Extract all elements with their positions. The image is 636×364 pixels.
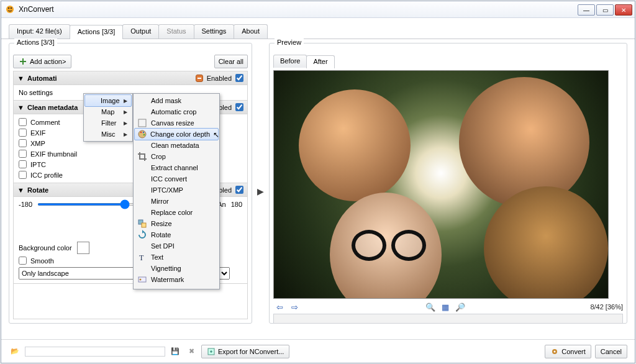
preview-groupbox: Preview Before After ⇦ ⇨ 🔍 <box>269 43 627 324</box>
tab-before[interactable]: Before <box>273 55 307 68</box>
action-header-automatic[interactable]: ▼ Automati Enabled <box>14 71 247 85</box>
progress-bar <box>25 347 165 357</box>
actions-legend: Actions [3/3] <box>14 39 57 46</box>
tab-actions[interactable]: Actions [3/3] <box>70 25 124 39</box>
chevron-down-icon: ▼ <box>17 75 24 82</box>
tab-output[interactable]: Output <box>122 24 159 39</box>
open-folder-icon[interactable]: 📂 <box>9 345 21 358</box>
export-label: Export for NConvert... <box>218 348 284 355</box>
preview-scrollbar[interactable] <box>273 314 623 324</box>
clear-all-button[interactable]: Clear all <box>214 55 248 68</box>
crop-icon <box>137 152 147 162</box>
enabled-label: Enabled <box>207 75 232 82</box>
preview-glasses <box>352 230 426 261</box>
preview-counter: 8/42 [36%] <box>590 303 623 311</box>
image-submenu: Add mask Automatic crop Canvas resize Ch… <box>133 93 220 289</box>
svg-point-1 <box>8 7 10 9</box>
submenu-add-mask[interactable]: Add mask <box>135 95 218 106</box>
preview-image <box>273 70 609 299</box>
submenu-clean-metadata[interactable]: Clean metadata <box>135 140 218 151</box>
tab-status[interactable]: Status <box>158 24 194 39</box>
export-nconvert-button[interactable]: Export for NConvert... <box>201 345 289 358</box>
submenu-icc-convert[interactable]: ICC convert <box>135 173 218 184</box>
text-icon: T <box>137 252 147 262</box>
fit-button[interactable]: ▦ <box>439 301 452 312</box>
cursor-icon: ↖ <box>213 130 219 139</box>
zoom-out-button[interactable]: 🔎 <box>454 301 466 312</box>
save-icon[interactable]: 💾 <box>169 345 181 358</box>
menu-filter[interactable]: Filter <box>85 117 131 129</box>
app-logo-icon <box>5 4 15 14</box>
canvas-icon <box>137 118 147 128</box>
svg-point-6 <box>139 130 146 138</box>
convert-label: Convert <box>561 348 586 355</box>
submenu-watermark[interactable]: Watermark <box>135 274 218 285</box>
svg-point-7 <box>140 132 142 133</box>
add-action-menu: Image Map Filter Misc <box>83 93 133 142</box>
enabled-checkbox-rotate[interactable] <box>235 186 243 194</box>
zoom-in-button[interactable]: 🔍 <box>424 301 437 312</box>
tab-after[interactable]: After <box>306 55 334 68</box>
palette-icon <box>137 129 147 139</box>
submenu-automatic-crop[interactable]: Automatic crop <box>135 106 218 117</box>
svg-rect-5 <box>139 119 146 127</box>
mask-icon <box>137 96 147 106</box>
prev-image-button[interactable]: ⇦ <box>273 301 286 312</box>
window-title: XnConvert <box>19 5 574 14</box>
submenu-resize[interactable]: Resize <box>135 218 218 229</box>
chevron-down-icon: ▼ <box>17 186 24 194</box>
rotate-icon <box>137 230 147 240</box>
titlebar: XnConvert — ▭ ✕ <box>1 1 635 18</box>
submenu-mirror[interactable]: Mirror <box>135 196 218 207</box>
submenu-vignetting[interactable]: Vignetting <box>135 263 218 274</box>
preview-face-2 <box>459 77 589 207</box>
preview-face-4 <box>484 186 608 299</box>
menu-map[interactable]: Map <box>85 106 131 117</box>
submenu-extract-channel[interactable]: Extract channel <box>135 162 218 173</box>
svg-point-2 <box>11 7 12 9</box>
svg-point-8 <box>143 132 144 133</box>
svg-rect-11 <box>142 223 146 227</box>
maximize-button[interactable]: ▭ <box>596 4 614 16</box>
remove-action-icon[interactable] <box>196 75 203 82</box>
watermark-icon <box>137 275 147 284</box>
menu-misc[interactable]: Misc <box>85 129 131 140</box>
next-image-button[interactable]: ⇨ <box>288 301 301 312</box>
tab-settings[interactable]: Settings <box>194 24 235 39</box>
tab-about[interactable]: About <box>234 24 268 39</box>
submenu-change-color-depth[interactable]: Change color depth↖ <box>134 128 219 140</box>
tab-input[interactable]: Input: 42 file(s) <box>9 24 70 39</box>
action-title-automatic: Automati <box>27 75 192 82</box>
rotate-max: 180 <box>231 201 242 208</box>
enabled-checkbox-automatic[interactable] <box>235 74 243 82</box>
export-icon <box>207 347 216 356</box>
close-button[interactable]: ✕ <box>615 4 632 16</box>
convert-button[interactable]: Convert <box>545 345 591 358</box>
resize-icon <box>137 219 147 229</box>
minimize-button[interactable]: — <box>578 4 595 16</box>
chevron-down-icon: ▼ <box>17 104 24 111</box>
submenu-replace-color[interactable]: Replace color <box>135 207 218 218</box>
main-tabstrip: Input: 42 file(s) Actions [3/3] Output S… <box>1 18 635 39</box>
submenu-rotate[interactable]: Rotate <box>135 229 218 240</box>
submenu-crop[interactable]: Crop <box>135 151 218 162</box>
submenu-text[interactable]: TText <box>135 252 218 263</box>
svg-point-14 <box>140 279 142 281</box>
bottom-bar: 📂 💾 ✖ Export for NConvert... Convert Can… <box>1 339 635 363</box>
submenu-iptc-xmp[interactable]: IPTC/XMP <box>135 184 218 196</box>
submenu-canvas-resize[interactable]: Canvas resize <box>135 117 218 129</box>
rotate-min: -180 <box>19 201 32 208</box>
gear-icon <box>550 347 559 356</box>
delete-icon[interactable]: ✖ <box>185 345 198 358</box>
cancel-button[interactable]: Cancel <box>595 345 627 358</box>
svg-point-9 <box>143 134 145 135</box>
add-action-button[interactable]: Add action> <box>13 55 71 68</box>
bg-color-swatch[interactable] <box>77 242 89 254</box>
menu-image[interactable]: Image <box>84 94 132 107</box>
preview-legend: Preview <box>275 39 304 46</box>
bg-color-label: Background color <box>19 244 72 252</box>
submenu-set-dpi[interactable]: Set DPI <box>135 240 218 252</box>
plus-icon <box>19 57 27 66</box>
divider-arrow-icon[interactable]: ▶ <box>256 186 265 196</box>
enabled-checkbox-clean[interactable] <box>235 103 243 111</box>
